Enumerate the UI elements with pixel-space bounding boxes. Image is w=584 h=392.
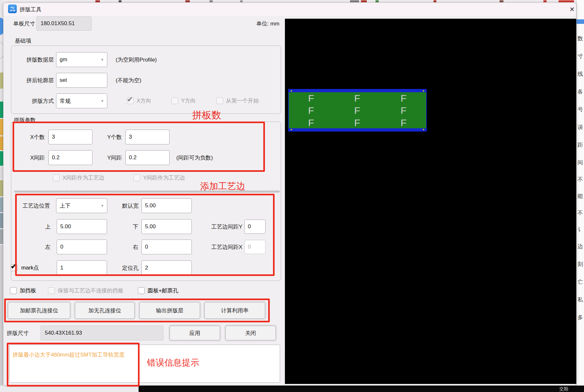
board-size-value: 180.01X50.51 (36, 16, 92, 31)
x-gap-as-rail-checkbox[interactable] (53, 174, 60, 181)
rail-pos-combobox[interactable]: 上下 ▼ (56, 198, 107, 213)
from-first-checkbox[interactable] (216, 97, 223, 104)
clipped-char: 能 (578, 192, 584, 200)
annotation-add-rail: 添加工艺边 (200, 180, 245, 192)
mode-combobox[interactable]: 常规 ▼ (56, 93, 107, 108)
chevron-down-icon: ▼ (101, 99, 104, 103)
app-logo-line1: HQ (11, 6, 15, 9)
outline-layer-hint: (不能为空) (116, 73, 141, 88)
background-toolbar-sliver (0, 0, 584, 3)
rail-left-input[interactable] (57, 240, 107, 254)
y-direction-label: Y方向 (181, 97, 196, 104)
add-board-checkbox[interactable] (10, 287, 17, 294)
data-layer-hint: (为空则用Profile) (116, 52, 157, 67)
add-stamp-hole-button[interactable]: 加邮票孔连接位 (8, 302, 70, 319)
basic-group-label: 基础项 (15, 37, 31, 44)
toolbar-fragment (185, 0, 190, 2)
outline-layer-input[interactable] (56, 73, 107, 88)
x-count-label: X个数 (13, 130, 45, 144)
from-first-label: 从第一个开始 (226, 97, 259, 104)
rail-bottom-input[interactable] (141, 219, 192, 234)
outline-layer-label: 拼后轮廓层 (18, 73, 54, 88)
locate-hole-label: 定位孔 (116, 260, 139, 275)
mark-point-checkbox[interactable]: ✔ (11, 264, 17, 271)
rail-right-input[interactable] (141, 240, 192, 254)
panel-size-text: 540.43X161.93 (45, 330, 82, 336)
rail-gap-x-input[interactable] (244, 240, 266, 254)
board-cell: F (308, 93, 314, 103)
panel-blue-bar (577, 19, 584, 24)
board-cell: F (401, 106, 406, 115)
board-cell: F (308, 118, 314, 128)
message-panel (9, 345, 280, 383)
layer-swatch (0, 245, 3, 386)
board-cell: F (308, 106, 314, 115)
rail-top-input[interactable] (57, 219, 107, 234)
keep-board-checkbox[interactable] (48, 287, 55, 294)
mark-point-label: mark点 (21, 264, 39, 271)
annotation-error-tip: 错误信息提示 (147, 357, 199, 368)
background-panel-sliver: 数 寸 线 各 号 误 距 间 不 能 不 讠 边 刻 亡 私 多 (576, 0, 584, 392)
x-count-input[interactable] (48, 130, 92, 144)
unit-label: 单位: mm (226, 16, 279, 31)
locate-hole-input[interactable] (141, 260, 192, 275)
dialog-titlebar[interactable] (4, 3, 576, 16)
layer-swatch (0, 151, 3, 166)
x-direction-checkbox[interactable]: ✔ (127, 97, 134, 104)
rail-gap-y-input[interactable] (244, 220, 266, 234)
toolbar-fragment (240, 0, 243, 2)
layer-swatch (0, 136, 3, 150)
x-gap-input[interactable] (48, 150, 92, 165)
y-gap-as-rail-label: Y间距作为工艺边 (143, 174, 185, 181)
y-direction-checkbox[interactable] (171, 97, 178, 104)
apply-button[interactable]: 应用 (170, 326, 220, 340)
error-message: 拼版最小边大于460mm超过SMT加工导轨宽度 (13, 351, 125, 358)
fiducial-dot (291, 90, 292, 92)
y-count-label: Y个数 (90, 130, 122, 144)
background-layer-list-sliver (0, 0, 3, 392)
board-cell: F (354, 118, 360, 128)
data-layer-combobox[interactable]: gm ▼ (56, 52, 107, 67)
rail-top-label: 上 (34, 219, 51, 234)
preview-canvas[interactable]: F F F F F F F F F (285, 19, 576, 384)
panel-preview-board: F F F F F F F F F (288, 89, 427, 132)
toolbar-fragment (350, 0, 359, 2)
clipped-char: 间 (578, 159, 584, 166)
layer-swatch (0, 180, 3, 196)
close-icon[interactable]: ✕ (567, 5, 577, 14)
output-panel-layer-button[interactable]: 输出拼版层 (139, 302, 200, 319)
round-board-checkbox[interactable] (138, 287, 145, 294)
layer-swatch (0, 90, 3, 101)
clipped-char: 亡 (578, 278, 584, 286)
board-cell: F (401, 118, 406, 128)
toolbar-fragment (559, 0, 574, 2)
y-gap-input[interactable] (125, 150, 170, 165)
add-no-hole-button[interactable]: 加无孔连接位 (75, 302, 135, 319)
default-width-input[interactable] (141, 198, 192, 213)
layer-swatch (0, 73, 3, 89)
y-gap-as-rail-checkbox[interactable] (133, 174, 140, 181)
screen: 数 寸 线 各 号 误 距 间 不 能 不 讠 边 刻 亡 私 多 交期 HQ … (0, 0, 584, 392)
toolbar-fragment (433, 0, 436, 2)
y-count-input[interactable] (125, 130, 170, 144)
close-button[interactable]: 关闭 (225, 326, 276, 340)
x-gap-as-rail-label: X间距作为工艺边 (63, 174, 104, 181)
fiducial-dot (423, 129, 424, 130)
calc-utilization-button[interactable]: 计算利用率 (204, 302, 265, 319)
annotation-panel-count: 拼板数 (192, 109, 221, 122)
clipped-char: 不 (578, 209, 584, 217)
data-layer-label: 拼版数据层 (18, 52, 54, 67)
rail-bottom-label: 下 (122, 219, 138, 234)
chevron-down-icon: ▼ (101, 204, 104, 208)
toolbar-fragment (500, 0, 503, 2)
background-bottom-left (0, 386, 139, 392)
mark-point-input[interactable] (57, 260, 107, 275)
default-width-label: 默认宽 (116, 198, 139, 213)
board-cell: F (401, 93, 406, 103)
rail-left-label: 左 (34, 240, 51, 254)
board-cell: F (354, 106, 360, 115)
clipped-char: 不 (578, 176, 584, 183)
layer-swatch (0, 213, 3, 228)
layer-swatch (0, 167, 3, 179)
rail-gap-y-label: 工艺边间距Y (207, 219, 242, 234)
